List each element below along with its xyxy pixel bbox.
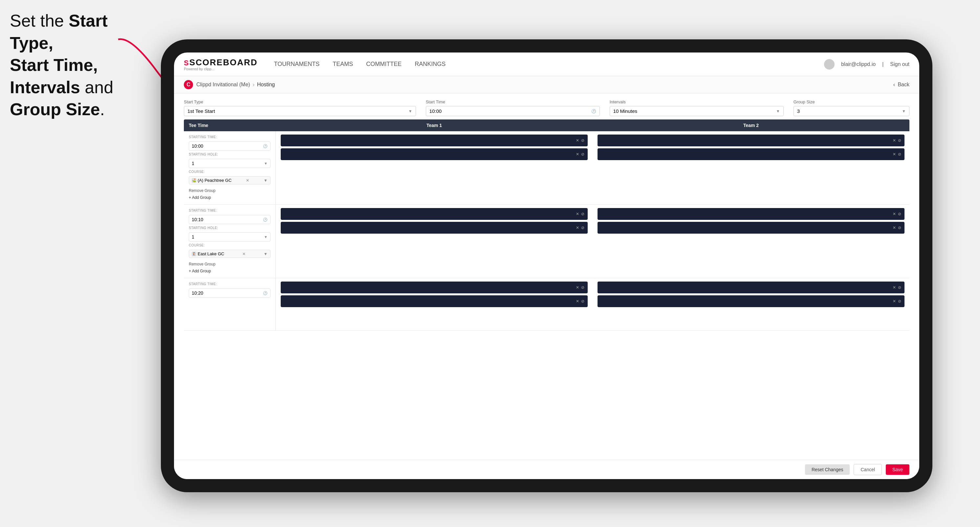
start-time-label: Start Time [426,99,600,104]
slot-x2-g3-t1-1: ⊘ [581,285,584,290]
breadcrumb-tournament[interactable]: Clippd Invitational (Me) [196,82,250,87]
player-slot-t2-2-1[interactable]: ✕ ⊘ [598,208,905,220]
slot-x-g3-t1-2[interactable]: ✕ [576,299,579,303]
instruction-text: Set the Start Type, Start Time, Interval… [10,10,148,121]
slot-x2-g2-t2-2: ⊘ [898,225,901,230]
slot-x2-g3-t1-2: ⊘ [581,299,584,303]
nav-teams[interactable]: TEAMS [332,58,353,70]
logo-text: SSCOREBOARD [184,57,258,68]
controls-row: Start Type 1st Tee Start ▼ Start Time 10… [174,94,919,119]
player-slot-t1-2-2[interactable]: ✕ ⊘ [281,222,588,233]
slot-x-t2-icon[interactable]: ✕ [892,138,896,143]
slot-x2-t2-icon: ⊘ [898,138,901,143]
slot-x-icon[interactable]: ✕ [576,138,579,143]
nav-right: blair@clippd.io | Sign out [824,59,909,70]
group-size-chevron-icon: ▼ [902,109,906,114]
slot-x2-g2-t2-1: ⊘ [898,212,901,216]
nav-tournaments[interactable]: TOURNAMENTS [274,58,320,70]
start-time-select[interactable]: 10:00 🕐 [426,106,600,116]
player-slot-t2-3-1[interactable]: ✕ ⊘ [598,281,905,294]
slot-x-t2-icon-2[interactable]: ✕ [892,152,896,157]
nav-committee[interactable]: COMMITTEE [366,58,401,70]
course-label-1: COURSE: [189,170,270,174]
col-team1: Team 1 [276,119,593,131]
remove-group-btn-2[interactable]: Remove Group [189,261,270,267]
slot-x2-g3-t2-2: ⊘ [898,299,901,303]
tee-left-1: STARTING TIME: 10:00 🕐 STARTING HOLE: 1 … [184,131,276,205]
slot-x-g2-t1-1[interactable]: ✕ [576,212,579,216]
table-area: Tee Time Team 1 Team 2 STARTING TIME: 10… [174,119,919,460]
slot-x-g2-t1-2[interactable]: ✕ [576,225,579,230]
tee-left-2: STARTING TIME: 10:10 🕐 STARTING HOLE: 1 … [184,205,276,278]
tee-team2-1: ✕ ⊘ ✕ ⊘ [593,131,909,205]
add-group-btn-1[interactable]: + Add Group [189,195,270,200]
tee-team1-3: ✕ ⊘ ✕ ⊘ [276,278,593,330]
starting-time-label-2: STARTING TIME: [189,209,270,212]
player-slot-t2-3-2[interactable]: ✕ ⊘ [598,295,905,307]
tee-team2-2: ✕ ⊘ ✕ ⊘ [593,205,909,278]
start-time-chevron-icon: 🕐 [591,109,596,114]
player-slot-t1-3-2[interactable]: ✕ ⊘ [281,295,588,307]
user-avatar [824,59,835,70]
player-slot-t1-1-1[interactable]: ✕ ⊘ [281,135,588,146]
breadcrumb-section: Hosting [257,82,275,87]
breadcrumb-bar: C Clippd Invitational (Me) › Hosting ‹ B… [174,76,919,94]
tee-team2-3: ✕ ⊘ ✕ ⊘ [593,278,909,330]
logo-area: SSCOREBOARD Powered by clipp... [184,57,258,71]
player-slot-t2-1-1[interactable]: ✕ ⊘ [598,135,905,146]
course-remove-1[interactable]: ✕ [246,178,249,183]
group-size-label: Group Size [794,99,909,104]
slot-x2-icon: ⊘ [581,138,584,143]
nav-rankings[interactable]: RANKINGS [415,58,445,70]
player-slot-t1-1-2[interactable]: ✕ ⊘ [281,148,588,160]
player-slot-t1-2-1[interactable]: ✕ ⊘ [281,208,588,220]
col-team2: Team 2 [593,119,909,131]
start-type-label: Start Type [184,99,416,104]
slot-x-g2-t2-2[interactable]: ✕ [892,225,896,230]
add-group-btn-2[interactable]: + Add Group [189,268,270,274]
nav-separator: | [882,61,883,67]
slot-x-g3-t2-1[interactable]: ✕ [892,285,896,290]
breadcrumb-logo-icon: C [184,80,193,89]
course-label-2: COURSE: [189,243,270,247]
starting-time-input-1[interactable]: 10:00 🕐 [189,141,270,151]
starting-hole-label-2: STARTING HOLE: [189,226,270,230]
top-nav: SSCOREBOARD Powered by clipp... TOURNAME… [174,52,919,76]
main-content: Start Type 1st Tee Start ▼ Start Time 10… [174,94,919,479]
slot-x-g3-t2-2[interactable]: ✕ [892,299,896,303]
remove-group-btn-1[interactable]: Remove Group [189,188,270,194]
slot-x-g2-t2-1[interactable]: ✕ [892,212,896,216]
slot-x-icon-2[interactable]: ✕ [576,152,579,157]
slot-x2-g3-t2-1: ⊘ [898,285,901,290]
tee-team1-1: ✕ ⊘ ✕ ⊘ [276,131,593,205]
sign-out-link[interactable]: Sign out [890,61,909,67]
starting-time-label-3: STARTING TIME: [189,282,270,286]
player-slot-t2-1-2[interactable]: ✕ ⊘ [598,148,905,160]
starting-hole-label-1: STARTING HOLE: [189,152,270,156]
course-icon-1: ⛳ [192,178,196,183]
cancel-button[interactable]: Cancel [854,464,882,475]
table-header: Tee Time Team 1 Team 2 [184,119,909,131]
player-slot-t2-2-2[interactable]: ✕ ⊘ [598,222,905,233]
slot-x-g3-t1-1[interactable]: ✕ [576,285,579,290]
course-chevron-2: ▼ [264,252,267,256]
start-type-group: Start Type 1st Tee Start ▼ [184,99,416,116]
save-button[interactable]: Save [886,464,909,475]
starting-hole-input-1[interactable]: 1 ▼ [189,159,270,168]
user-email: blair@clippd.io [841,61,876,67]
reset-changes-button[interactable]: Reset Changes [805,464,850,475]
tablet-screen: SSCOREBOARD Powered by clipp... TOURNAME… [174,52,919,479]
player-slot-t1-3-1[interactable]: ✕ ⊘ [281,281,588,294]
intervals-select[interactable]: 10 Minutes ▼ [610,106,784,116]
course-remove-2[interactable]: ✕ [242,252,246,256]
start-type-select[interactable]: 1st Tee Start ▼ [184,106,416,116]
back-button[interactable]: ‹ Back [893,82,909,87]
starting-hole-input-2[interactable]: 1 ▼ [189,232,270,241]
course-icon-2: 🏌 [192,252,196,256]
nav-links: TOURNAMENTS TEAMS COMMITTEE RANKINGS [274,58,824,70]
starting-time-input-3[interactable]: 10:20 🕐 [189,289,270,298]
course-chevron-1: ▼ [264,178,267,183]
group-size-select[interactable]: 3 ▼ [794,106,909,116]
starting-time-input-2[interactable]: 10:10 🕐 [189,215,270,224]
breadcrumb-separator: › [253,82,255,87]
